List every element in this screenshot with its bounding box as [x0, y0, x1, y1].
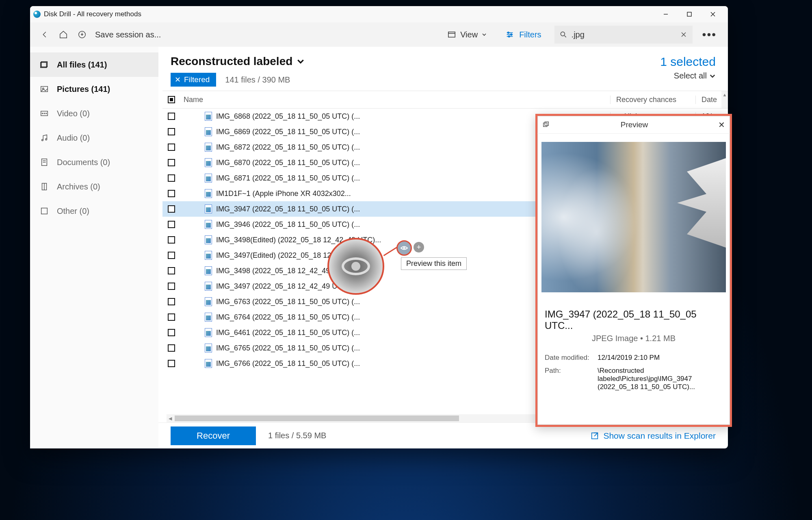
svg-line-14 [564, 36, 566, 37]
file-name: IMG_6461 (2022_05_18 11_50_05 UTC) (... [216, 329, 360, 337]
preview-filename: IMG_3947 (2022_05_18 11_50_05 UTC... [537, 296, 730, 334]
popout-button[interactable] [542, 121, 550, 129]
svg-rect-5 [448, 32, 455, 37]
document-icon [40, 158, 49, 167]
file-icon [205, 143, 212, 152]
app-window: Disk Drill - All recovery methods Save s… [30, 6, 728, 448]
row-checkbox[interactable] [168, 329, 175, 336]
sidebar-item-audio[interactable]: Audio (0) [30, 126, 158, 150]
row-checkbox[interactable] [168, 113, 175, 120]
save-session-icon[interactable] [76, 29, 88, 40]
row-checkbox[interactable] [168, 344, 175, 352]
other-icon [40, 207, 49, 215]
file-name: IMG_6764 (2022_05_18 11_50_05 UTC) (... [216, 313, 360, 322]
file-icon [205, 158, 212, 167]
table-header: Name Recovery chances Date ▲ [162, 91, 728, 109]
file-icon [205, 112, 212, 121]
row-checkbox[interactable] [168, 174, 175, 182]
row-checkbox[interactable] [168, 128, 175, 135]
row-checkbox[interactable] [168, 205, 175, 213]
file-icon [205, 127, 212, 136]
file-name: IMG_3947 (2022_05_18 11_50_05 UTC) (... [216, 205, 360, 213]
file-icon [205, 344, 212, 352]
file-name: IMG_6869 (2022_05_18 11_50_05 UTC) (... [216, 128, 360, 136]
sidebar-item-files[interactable]: All files (141) [30, 52, 158, 77]
svg-point-13 [561, 32, 565, 36]
search-icon [559, 30, 567, 39]
file-icon [205, 189, 212, 198]
file-name: IMG_3946 (2022_05_18 11_50_05 UTC) (... [216, 220, 360, 229]
view-dropdown[interactable]: View [442, 28, 492, 42]
sidebar-item-archive[interactable]: Archives (0) [30, 174, 158, 199]
sidebar-item-picture[interactable]: Pictures (141) [30, 77, 158, 101]
minimize-button[interactable] [654, 6, 678, 22]
maximize-button[interactable] [678, 6, 701, 22]
home-button[interactable] [58, 29, 69, 40]
row-checkbox[interactable] [168, 236, 175, 244]
external-link-icon [590, 431, 599, 440]
footer-stats: 1 files / 5.59 MB [268, 431, 326, 440]
row-checkbox[interactable] [168, 144, 175, 151]
sidebar-item-other[interactable]: Other (0) [30, 199, 158, 223]
close-button[interactable] [701, 6, 725, 22]
show-in-explorer-link[interactable]: Show scan results in Explorer [590, 431, 716, 441]
clear-search-icon[interactable] [680, 30, 688, 39]
select-all-label: Select all [674, 71, 707, 81]
files-icon [40, 60, 49, 69]
search-input[interactable]: .jpg [554, 26, 693, 44]
row-checkbox[interactable] [168, 313, 175, 321]
file-icon [205, 359, 212, 368]
chevron-down-icon [297, 57, 305, 65]
file-icon [205, 328, 212, 337]
file-icon [205, 297, 212, 306]
recover-button[interactable]: Recover [171, 426, 256, 445]
row-checkbox[interactable] [168, 283, 175, 290]
preview-eye-button[interactable] [396, 240, 412, 256]
svg-point-25 [42, 139, 43, 141]
row-checkbox[interactable] [168, 252, 175, 259]
preview-tooltip: Preview this item [401, 257, 467, 270]
save-session-button[interactable]: Save session as... [95, 30, 161, 39]
filters-label: Filters [519, 30, 541, 39]
svg-rect-36 [545, 122, 548, 125]
select-all-checkbox[interactable] [168, 96, 175, 103]
row-checkbox[interactable] [168, 298, 175, 305]
filtered-chip-label: Filtered [184, 75, 210, 84]
column-name[interactable]: Name [180, 96, 610, 104]
chevron-down-icon [709, 73, 716, 79]
preview-image [541, 142, 726, 292]
svg-point-24 [46, 113, 47, 114]
preview-meta-date: Date modified: 12/14/2019 2:10 PM [537, 351, 730, 364]
preview-title: Preview [550, 120, 718, 129]
sidebar-item-video[interactable]: Video (0) [30, 101, 158, 126]
vertical-scrollbar[interactable]: ▲ [721, 91, 728, 108]
preview-close-button[interactable]: ✕ [718, 120, 725, 130]
sidebar-item-label: Video (0) [57, 109, 90, 118]
svg-rect-32 [41, 208, 48, 214]
sidebar-item-document[interactable]: Documents (0) [30, 150, 158, 174]
svg-point-22 [42, 113, 43, 114]
row-checkbox[interactable] [168, 221, 175, 228]
preview-meta-path: Path: \Reconstructed labeled\Pictures\jp… [537, 364, 730, 394]
select-all-button[interactable]: Select all [660, 71, 716, 81]
file-name: IMG_6870 (2022_05_18 11_50_05 UTC) (... [216, 159, 360, 167]
file-name: IMG_6868 (2022_05_18 11_50_05 UTC) (... [216, 112, 360, 121]
breadcrumb[interactable]: Reconstructed labeled [171, 55, 305, 68]
filtered-chip[interactable]: ✕ Filtered [171, 73, 216, 87]
row-checkbox[interactable] [168, 267, 175, 274]
column-recovery[interactable]: Recovery chances [610, 96, 695, 104]
more-menu-button[interactable]: ••• [700, 28, 719, 41]
picture-icon [40, 85, 49, 94]
row-checkbox[interactable] [168, 159, 175, 166]
file-icon [205, 205, 212, 213]
add-button[interactable]: + [414, 242, 424, 252]
row-checkbox[interactable] [168, 190, 175, 197]
row-checkbox[interactable] [168, 360, 175, 367]
filters-button[interactable]: Filters [500, 28, 547, 42]
file-icon [205, 266, 212, 275]
file-icon [205, 282, 212, 291]
back-button[interactable] [39, 29, 50, 40]
svg-rect-1 [687, 12, 691, 16]
file-icon [205, 220, 212, 229]
sidebar-item-label: Audio (0) [57, 133, 90, 143]
